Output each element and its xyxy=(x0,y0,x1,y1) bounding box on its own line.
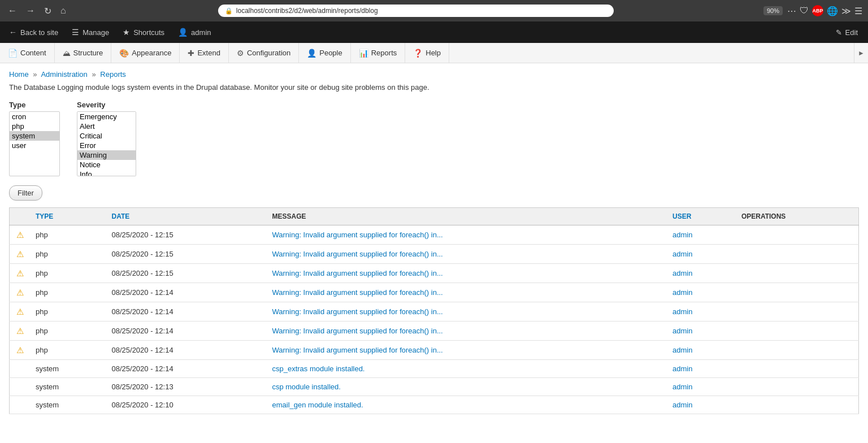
nav-content-label: Content xyxy=(20,49,46,57)
message-link[interactable]: Warning: Invalid argument supplied for f… xyxy=(272,250,442,258)
nav-people[interactable]: 👤 People xyxy=(299,43,350,63)
message-link[interactable]: Warning: Invalid argument supplied for f… xyxy=(272,307,442,316)
shield-icon[interactable]: 🛡 xyxy=(800,6,809,16)
message-link[interactable]: Warning: Invalid argument supplied for f… xyxy=(272,288,442,297)
overflow-icon[interactable]: ≫ xyxy=(841,6,851,16)
severity-label: Severity xyxy=(77,101,136,109)
severity-emergency[interactable]: Emergency xyxy=(77,112,136,121)
row-user[interactable]: admin xyxy=(667,396,736,414)
message-link[interactable]: Warning: Invalid argument supplied for f… xyxy=(272,231,442,239)
type-option-system[interactable]: system xyxy=(10,131,59,141)
shortcuts-label: Shortcuts xyxy=(133,28,164,37)
severity-select[interactable]: Emergency Alert Critical Error Warning N… xyxy=(77,111,136,176)
row-message[interactable]: Warning: Invalid argument supplied for f… xyxy=(266,302,667,322)
th-user[interactable]: USER xyxy=(667,208,736,225)
row-user[interactable]: admin xyxy=(667,302,736,322)
globe-icon[interactable]: 🌐 xyxy=(827,6,838,16)
home-button[interactable]: ⌂ xyxy=(58,5,68,17)
nav-extend-label: Extend xyxy=(197,49,220,57)
breadcrumb-home[interactable]: Home xyxy=(9,70,29,79)
page-content: Home » Administration » Reports The Data… xyxy=(0,63,868,421)
user-link[interactable]: admin xyxy=(672,250,692,258)
menu-icon[interactable]: ☰ xyxy=(854,6,862,16)
row-icon-cell xyxy=(10,360,31,378)
row-date: 08/25/2020 - 12:14 xyxy=(106,283,266,302)
nav-content[interactable]: 📄 Content xyxy=(0,43,55,63)
hamburger-icon: ☰ xyxy=(72,28,79,37)
nav-structure[interactable]: ⛰ Structure xyxy=(55,43,112,63)
th-message: MESSAGE xyxy=(266,208,667,225)
nav-structure-label: Structure xyxy=(73,49,103,57)
severity-critical[interactable]: Critical xyxy=(77,131,136,141)
nav-reports[interactable]: 📊 Reports xyxy=(351,43,406,63)
user-link[interactable]: admin xyxy=(672,327,692,335)
back-to-site-button[interactable]: ← Back to site xyxy=(2,23,65,41)
user-link[interactable]: admin xyxy=(672,288,692,297)
nav-scroll-button[interactable]: ► xyxy=(854,43,868,63)
manage-button[interactable]: ☰ Manage xyxy=(65,23,116,41)
user-link[interactable]: admin xyxy=(672,364,692,373)
more-icon[interactable]: ⋯ xyxy=(787,6,796,16)
row-message[interactable]: email_gen module installed. xyxy=(266,396,667,414)
user-link[interactable]: admin xyxy=(672,307,692,316)
type-option-user[interactable]: user xyxy=(10,141,59,150)
row-user[interactable]: admin xyxy=(667,360,736,378)
page-description: The Database Logging module logs system … xyxy=(9,83,859,92)
nav-extend[interactable]: ✚ Extend xyxy=(180,43,228,63)
user-link[interactable]: admin xyxy=(672,346,692,354)
row-user[interactable]: admin xyxy=(667,264,736,283)
row-user[interactable]: admin xyxy=(667,322,736,341)
row-message[interactable]: Warning: Invalid argument supplied for f… xyxy=(266,264,667,283)
row-user[interactable]: admin xyxy=(667,245,736,264)
type-option-php[interactable]: php xyxy=(10,121,59,131)
user-link[interactable]: admin xyxy=(672,269,692,277)
row-user[interactable]: admin xyxy=(667,225,736,245)
edit-button[interactable]: ✎ Edit xyxy=(828,24,866,41)
severity-notice[interactable]: Notice xyxy=(77,160,136,170)
user-link[interactable]: admin xyxy=(672,401,692,409)
message-link[interactable]: Warning: Invalid argument supplied for f… xyxy=(272,346,442,354)
row-message[interactable]: Warning: Invalid argument supplied for f… xyxy=(266,283,667,302)
message-link[interactable]: csp_extras module installed. xyxy=(272,364,364,373)
forward-button[interactable]: → xyxy=(24,5,37,17)
row-message[interactable]: csp_extras module installed. xyxy=(266,360,667,378)
row-type: system xyxy=(30,378,106,396)
message-link[interactable]: Warning: Invalid argument supplied for f… xyxy=(272,269,442,277)
user-link[interactable]: admin xyxy=(672,383,692,391)
reload-button[interactable]: ↻ xyxy=(42,5,54,18)
message-link[interactable]: csp module installed. xyxy=(272,383,340,391)
row-message[interactable]: Warning: Invalid argument supplied for f… xyxy=(266,341,667,360)
nav-appearance[interactable]: 🎨 Appearance xyxy=(111,43,180,63)
breadcrumb-administration[interactable]: Administration xyxy=(41,70,87,79)
nav-help[interactable]: ❓ Help xyxy=(405,43,449,63)
type-select[interactable]: cron php system user xyxy=(9,111,60,176)
breadcrumb-reports[interactable]: Reports xyxy=(100,70,126,79)
th-date[interactable]: DATE xyxy=(106,208,266,225)
message-link[interactable]: Warning: Invalid argument supplied for f… xyxy=(272,327,442,335)
th-type[interactable]: TYPE xyxy=(30,208,106,225)
nav-configuration[interactable]: ⚙ Configuration xyxy=(229,43,299,63)
row-type: php xyxy=(30,302,106,322)
row-icon-cell xyxy=(10,396,31,414)
address-bar[interactable]: 🔒 localhost/contribs2/d2/web/admin/repor… xyxy=(218,5,614,17)
user-link[interactable]: admin xyxy=(672,231,692,239)
severity-warning[interactable]: Warning xyxy=(77,150,136,160)
row-message[interactable]: Warning: Invalid argument supplied for f… xyxy=(266,225,667,245)
row-date: 08/25/2020 - 12:14 xyxy=(106,341,266,360)
severity-error[interactable]: Error xyxy=(77,141,136,150)
admin-button[interactable]: 👤 admin xyxy=(171,23,218,41)
type-option-cron[interactable]: cron xyxy=(10,112,59,121)
row-user[interactable]: admin xyxy=(667,378,736,396)
row-user[interactable]: admin xyxy=(667,283,736,302)
row-user[interactable]: admin xyxy=(667,341,736,360)
severity-alert[interactable]: Alert xyxy=(77,121,136,131)
back-button[interactable]: ← xyxy=(6,5,19,17)
shortcuts-button[interactable]: ★ Shortcuts xyxy=(116,23,171,41)
message-link[interactable]: email_gen module installed. xyxy=(272,401,363,409)
severity-info[interactable]: Info xyxy=(77,170,136,176)
row-message[interactable]: csp module installed. xyxy=(266,378,667,396)
row-message[interactable]: Warning: Invalid argument supplied for f… xyxy=(266,245,667,264)
table-row: system08/25/2020 - 12:10email_gen module… xyxy=(10,396,859,414)
row-message[interactable]: Warning: Invalid argument supplied for f… xyxy=(266,322,667,341)
filter-button[interactable]: Filter xyxy=(9,185,42,201)
